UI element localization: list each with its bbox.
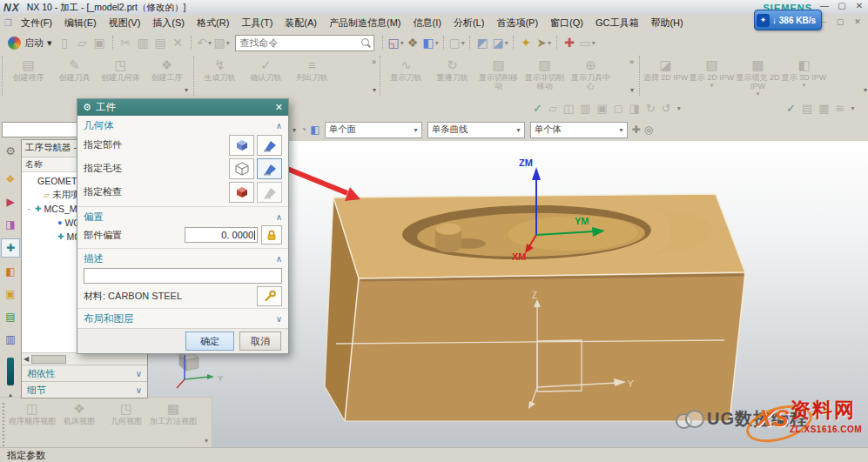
layout-section-header[interactable]: 布局和图层 ∨ [84,311,282,326]
geometry-section-header[interactable]: 几何体 ∧ [84,117,282,133]
snap-point-icon[interactable]: ◎ [644,124,653,136]
dialog-close-button[interactable]: ✕ [275,102,283,113]
minimize-button[interactable]: — [818,1,831,10]
toolbar-button[interactable]: ▤ [152,34,170,51]
navigator-view-button[interactable]: ❖ 机床视图 [56,401,103,425]
specify-part-button[interactable] [229,135,254,156]
toolbar-button[interactable]: ◧ ▾ [422,34,440,51]
toolbar-button[interactable] [556,36,558,50]
cam-tool-button[interactable]: ◳ 创建几何体 [98,56,144,89]
search-input[interactable] [239,37,360,49]
group-dropdown-icon[interactable]: ▾ [373,86,376,94]
menu-item[interactable]: GC工具箱 [589,16,645,30]
group-overflow-icon[interactable]: » [629,57,634,66]
view-tool-button[interactable]: ▥ [580,102,590,115]
navigator-view-button[interactable]: ◫ 程序顺序视图 [9,401,56,425]
menu-item[interactable]: 编辑(E) [58,16,103,30]
resource-bar-tab[interactable]: ▶ [2,193,19,211]
view-tool-button[interactable]: ▤ [802,102,812,115]
selection-scope-select[interactable]: 单条曲线 ▾ [427,122,525,138]
resource-bar-tab[interactable]: ◧ [2,263,19,280]
specify-blank-button[interactable] [229,158,254,179]
cam-tool-button[interactable]: ✎ 创建刀具 [51,56,98,89]
view-tool-button[interactable]: ▾ [851,104,854,112]
toolbar-button[interactable]: ▯ [57,34,74,51]
view-tool-button[interactable]: ↻ [646,102,656,115]
group-dropdown-icon[interactable]: ▾ [864,86,867,94]
resource-bar-tab[interactable]: ◨ [2,216,19,233]
view-tool-button[interactable]: ▣ [597,102,608,115]
menu-item[interactable]: 格式(R) [191,16,235,30]
doc-close-button[interactable]: ✕ [851,17,864,26]
chevron-down-icon[interactable]: ▾ [205,437,208,445]
restore-button[interactable]: ▢ [836,1,848,10]
cam-tool-button[interactable]: ∿ 显示刀轨 [383,56,429,89]
menu-item[interactable]: 文件(F) [15,16,58,30]
toolbar-button[interactable]: ▣ [91,34,109,51]
navigator-view-button[interactable]: ▦ 加工方法视图 [150,401,197,425]
cancel-button[interactable]: 取消 [239,331,281,351]
resource-bar-tab[interactable]: ▣ [2,285,19,303]
selection-scope-select[interactable]: 单个体 ▾ [530,122,628,138]
toolbar-button[interactable]: ▧ ▾ [213,34,231,51]
toolbar-button[interactable]: ▱ [74,34,91,51]
selection-tool-icon[interactable]: ◧ [310,124,320,136]
select-blank-button[interactable] [257,158,282,179]
view-tool-button[interactable]: ◻ [614,102,623,115]
toolbar-button[interactable]: ◱ ▾ [387,34,405,51]
cam-tool-button[interactable]: ❖ 创建工序 [144,56,190,89]
dependencies-panel-header[interactable]: 相依性 ∨ [22,365,147,381]
menu-item[interactable]: 窗口(Q) [544,16,589,30]
menu-item[interactable]: 帮助(H) [644,16,689,30]
menu-item[interactable]: 首选项(P) [490,16,544,30]
doc-restore-button[interactable]: ▢ [834,17,846,26]
cam-tool-button[interactable]: ↯ 生成刀轨 [197,56,243,89]
description-input[interactable] [84,268,282,284]
selection-scope-select[interactable]: 单个面 ▾ [325,122,422,138]
workpiece-block[interactable] [325,194,745,421]
navigator-view-button[interactable]: ◳ 几何视图 [103,401,150,425]
resource-bar-tab[interactable]: ▥ [2,331,19,348]
cam-tool-button[interactable]: ▧ 显示非切削移动 [521,56,568,97]
menu-item[interactable]: 视图(V) [103,16,147,30]
toolbar-button[interactable] [443,36,445,50]
menu-item[interactable]: 插入(S) [146,16,191,30]
toolbar-button[interactable]: ✚ [562,34,579,51]
close-button[interactable]: ✕ [853,1,865,10]
toolbar-button[interactable]: ◪ ▾ [492,34,509,51]
group-dropdown-icon[interactable]: ▾ [630,86,634,94]
selection-tool-icon[interactable]: ◔ [300,124,306,136]
resource-strip-icon[interactable] [7,358,14,385]
toolbar-button[interactable] [513,36,515,50]
description-section-header[interactable]: 描述 ∧ [84,251,282,266]
horizontal-scrollbar[interactable]: ◀ [22,352,147,365]
toolbar-button[interactable]: ▥ [135,34,152,51]
scroll-left-icon[interactable]: ◀ [24,355,29,363]
toolbar-button[interactable]: ✕ [170,34,187,51]
cam-tool-button[interactable]: ⊕ 显示刀具中心 [568,56,614,97]
toolbar-button[interactable]: ▢ ▾ [448,34,466,51]
view-tool-button[interactable]: ▱ [548,102,557,115]
toolbar-button[interactable]: ➤ ▾ [535,34,553,51]
view-tool-button[interactable]: ▾ [677,104,681,112]
view-tool-button[interactable]: ≋ [836,102,845,115]
view-tool-button[interactable]: ◫ [563,102,574,115]
toolbar-button[interactable]: ↶ ▾ [196,34,213,51]
view-triad[interactable] [177,352,214,388]
lock-button[interactable] [261,225,282,244]
gear-icon[interactable]: ⚙ [5,144,16,157]
cam-tool-button[interactable]: ✓ 确认刀轨 [243,56,289,89]
toolbar-button[interactable]: ❖ [405,34,422,51]
toolbar-button[interactable] [112,36,114,50]
toolbar-button[interactable] [191,36,192,50]
toolbar-button[interactable] [469,36,471,50]
dialog-title-bar[interactable]: ⚙ 工件 ✕ [77,99,288,116]
offset-section-header[interactable]: 偏置 ∧ [84,209,282,224]
start-menu-button[interactable]: 启动 ▾ [3,37,57,50]
cam-tool-button[interactable]: ▨ 显示 2D IPW ▾ [689,56,735,89]
toolbar-button[interactable] [382,36,384,50]
toolbar-button[interactable]: ▭ ▾ [579,34,596,51]
part-offset-input[interactable]: 0. 0000 [185,227,258,243]
view-tool-button[interactable]: ↺ [662,102,671,115]
select-check-button[interactable] [257,182,282,203]
